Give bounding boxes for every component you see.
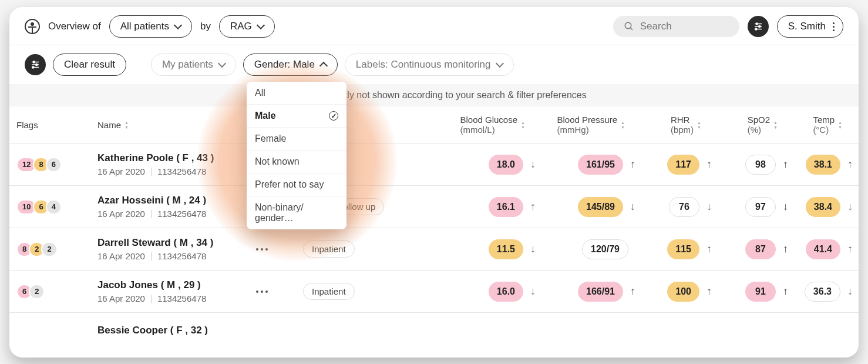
table-row-partial: Bessie Cooper ( F , 32 ) [97, 325, 256, 336]
sort-icon [521, 121, 525, 129]
bp-value: 166/91 [578, 282, 623, 302]
filter-labels[interactable]: Labels: Continuous monitoring [345, 54, 514, 76]
glucose-value: 18.0 [489, 155, 523, 175]
gender-option-label: Not known [255, 156, 300, 167]
col-rhr[interactable]: RHR (bpm) [650, 115, 726, 135]
temp-value: 36.3 [805, 282, 840, 302]
app-panel: Overview of All patients by RAG Search S… [9, 7, 859, 358]
row-menu-button[interactable] [256, 290, 268, 293]
trend-down-icon: ↓ [847, 201, 853, 213]
patient-name: Darrell Steward ( M , 34 ) [97, 237, 256, 249]
patient-date: 16 Apr 2020 [97, 251, 145, 261]
scope-selector[interactable]: All patients [109, 15, 192, 38]
sliders-icon [30, 59, 41, 70]
glucose-cell: 16.1↑ [450, 197, 550, 217]
col-bp[interactable]: Blood Pressure (mmHg) [550, 115, 650, 135]
rhr-value: 100 [667, 282, 699, 302]
trend-down-icon: ↓ [530, 243, 536, 255]
sort-icon [773, 121, 778, 129]
check-icon [329, 111, 338, 121]
table-row[interactable]: 62Jacob Jones ( M , 29 )16 Apr 202011342… [9, 271, 859, 313]
trend-up-icon: ↑ [630, 285, 635, 298]
col-flags[interactable]: Flags [16, 120, 97, 130]
col-spo2[interactable]: SpO2 (%) [726, 115, 802, 135]
gender-option-all[interactable]: All [247, 82, 346, 104]
rhr-value: 117 [667, 155, 699, 175]
hidden-patients-notice: Patients currently not shown according t… [9, 84, 859, 106]
sort-icon [125, 121, 129, 129]
filter-my-patients[interactable]: My patients [151, 54, 236, 76]
trend-down-icon: ↓ [847, 285, 853, 298]
filter-settings-button[interactable] [25, 54, 46, 75]
patient-date: 16 Apr 2020 [97, 166, 145, 176]
patient-name: Jacob Jones ( M , 29 ) [97, 279, 256, 291]
filter-labels-label: Labels: Continuous monitoring [356, 59, 491, 71]
bp-value: 145/89 [578, 197, 623, 217]
patient-id: 1134256478 [157, 209, 206, 219]
trend-up-icon: ↑ [706, 285, 712, 298]
gender-option-label: Prefer not to say [255, 179, 324, 190]
svg-point-9 [33, 61, 35, 63]
filter-bar: Clear result My patients Gender: Male La… [9, 45, 859, 84]
bp-cell: 161/95↑ [550, 155, 650, 175]
patient-cell[interactable]: Darrell Steward ( M , 34 )16 Apr 2020113… [97, 237, 256, 261]
svg-point-3 [756, 23, 758, 25]
filter-gender[interactable]: Gender: Male [243, 54, 338, 76]
patient-cell[interactable]: Katherine Poole ( F , 43 )16 Apr 2020113… [97, 152, 256, 176]
kebab-icon [833, 22, 835, 31]
tag-cell: Inpatient [303, 241, 450, 258]
gender-option-not-known[interactable]: Not known [247, 150, 346, 173]
chevron-down-icon [218, 59, 226, 68]
tag-cell: Inpatient [303, 283, 450, 300]
clear-result-button[interactable]: Clear result [53, 54, 126, 76]
notice-text: rrently not shown according to your sear… [328, 90, 586, 100]
col-bp-label: Blood Pressure [557, 115, 618, 125]
overview-prefix: Overview of [48, 21, 101, 32]
patient-cell[interactable]: Jacob Jones ( M , 29 )16 Apr 20201134256… [97, 279, 256, 303]
gender-dropdown: All Male Female Not known Prefer not to … [247, 82, 346, 229]
clear-result-label: Clear result [64, 59, 115, 71]
rhr-value: 76 [669, 197, 699, 217]
gender-option-label: All [255, 88, 265, 98]
search-input[interactable]: Search [613, 16, 739, 37]
sort-label: RAG [230, 21, 252, 32]
by-text: by [200, 21, 211, 32]
user-menu[interactable]: S. Smith [777, 15, 843, 38]
gender-option-female[interactable]: Female [247, 127, 346, 150]
spo2-cell: 97↓ [726, 197, 802, 217]
row-menu-button[interactable] [256, 248, 268, 251]
table-row[interactable]: 1286Katherine Poole ( F , 43 )16 Apr 202… [9, 143, 859, 186]
glucose-cell: 18.0↓ [450, 155, 550, 175]
trend-up-icon: ↑ [530, 201, 536, 213]
col-temp-unit: (°C) [813, 125, 835, 135]
patient-name: Bessie Cooper ( F , 32 ) [97, 325, 256, 336]
patient-tag: Inpatient [303, 283, 355, 300]
col-temp[interactable]: Temp (°C) [802, 115, 859, 135]
flag-group: 822 [16, 242, 97, 257]
patient-cell[interactable]: Azar Hosseini ( M , 24 )16 Apr 202011342… [97, 195, 256, 219]
table-row[interactable]: 1064Azar Hosseini ( M , 24 )16 Apr 20201… [9, 186, 859, 228]
spo2-value: 97 [745, 197, 776, 217]
sort-selector[interactable]: RAG [219, 15, 275, 38]
trend-up-icon: ↑ [783, 243, 788, 255]
col-name[interactable]: Name [97, 120, 256, 130]
gender-option-male[interactable]: Male [247, 104, 346, 127]
glucose-cell: 16.0↓ [450, 282, 550, 302]
sort-icon [838, 121, 842, 129]
col-spo2-unit: (%) [748, 125, 770, 135]
gender-option-prefer-not[interactable]: Prefer not to say [247, 173, 346, 196]
col-glucose[interactable]: Blood Glucose (mmol/L) [450, 115, 550, 135]
spo2-cell: 91↑ [726, 282, 802, 302]
patient-name: Azar Hosseini ( M , 24 ) [97, 195, 256, 206]
rhr-cell: 115↑ [650, 239, 726, 259]
bp-value: 161/95 [578, 155, 623, 175]
header-settings-button[interactable] [748, 16, 769, 37]
gender-option-nonbinary[interactable]: Non-binary/ gender… [247, 196, 346, 229]
trend-up-icon: ↑ [783, 285, 788, 298]
glucose-value: 16.0 [489, 282, 523, 302]
trend-down-icon: ↓ [530, 285, 536, 298]
table-row[interactable]: 822Darrell Steward ( M , 34 )16 Apr 2020… [9, 228, 859, 271]
col-glucose-unit: (mmol/L) [460, 125, 518, 135]
patient-date: 16 Apr 2020 [97, 209, 145, 219]
col-glucose-label: Blood Glucose [460, 115, 518, 125]
